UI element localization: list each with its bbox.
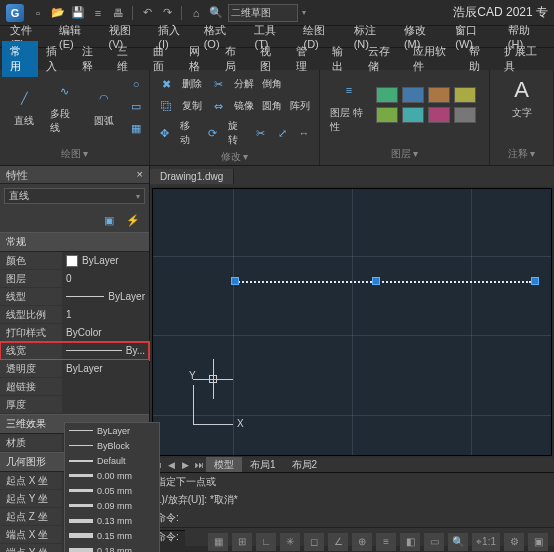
dyn-toggle[interactable]: ⊕ [352, 533, 372, 551]
prop-label-pstyle: 打印样式 [0, 324, 62, 341]
delete-button[interactable]: 删除 [180, 76, 204, 92]
prop-value-thick[interactable] [62, 396, 149, 413]
scale-icon[interactable]: ⤢ [273, 123, 291, 143]
prop-value-lweight[interactable]: By... [62, 342, 149, 359]
polar-toggle[interactable]: ✳ [280, 533, 300, 551]
prop-value-transp[interactable]: ByLayer [62, 360, 149, 377]
lineweight-option[interactable]: Default [65, 453, 159, 468]
prop-value-hlink[interactable] [62, 378, 149, 395]
delete-icon[interactable]: ✖ [156, 74, 176, 94]
prop-value-lscale[interactable]: 1 [62, 306, 149, 323]
mirror-button[interactable]: 镜像 [232, 98, 256, 114]
stretch-icon[interactable]: ↔ [295, 123, 313, 143]
rotate-button[interactable]: 旋转 [226, 118, 248, 148]
snap-toggle[interactable]: ▦ [208, 533, 228, 551]
pim-icon[interactable]: ▣ [99, 210, 119, 230]
layer-swatch[interactable] [376, 87, 398, 103]
tab-layout1[interactable]: 布局1 [242, 457, 284, 473]
lineweight-option[interactable]: 0.00 mm [65, 468, 159, 483]
magnify-icon[interactable]: 🔍 [448, 533, 468, 551]
rotate-icon[interactable]: ⟳ [204, 123, 222, 143]
lineweight-option[interactable]: ByBlock [65, 438, 159, 453]
grid-toggle[interactable]: ⊞ [232, 533, 252, 551]
new-icon[interactable]: ▫ [30, 5, 46, 21]
fillet-button[interactable]: 倒角 [260, 76, 284, 92]
selection-dropdown[interactable]: 直线▾ [4, 188, 145, 204]
nav-last-icon[interactable]: ⏭ [192, 458, 206, 472]
layer-swatch[interactable] [402, 87, 424, 103]
undo-icon[interactable]: ↶ [139, 5, 155, 21]
lineweight-option[interactable]: 0.15 mm [65, 528, 159, 543]
lineweight-dropdown[interactable]: ByLayerByBlockDefault0.00 mm0.05 mm0.09 … [64, 422, 160, 552]
prop-label-layer: 图层 [0, 270, 62, 287]
selected-line[interactable] [235, 281, 531, 283]
lineweight-option[interactable]: ByLayer [65, 423, 159, 438]
drawing-viewport[interactable]: X Y [152, 188, 552, 456]
grip-mid[interactable] [372, 277, 380, 285]
maximize-icon[interactable]: ▣ [528, 533, 548, 551]
tab-model[interactable]: 模型 [206, 457, 242, 473]
trim-icon[interactable]: ✂ [251, 123, 269, 143]
search-icon[interactable]: 🔍 [208, 5, 224, 21]
annoscale-button[interactable]: ⌖ 1:1 [472, 533, 500, 551]
layer-swatch[interactable] [376, 107, 398, 123]
copy-button[interactable]: 复制 [180, 98, 204, 114]
redo-icon[interactable]: ↷ [159, 5, 175, 21]
transparency-toggle[interactable]: ◧ [400, 533, 420, 551]
open-icon[interactable]: 📂 [50, 5, 66, 21]
circle-icon[interactable]: ○ [126, 74, 146, 94]
quick-select-icon[interactable]: ⚡ [123, 210, 143, 230]
tab-layout2[interactable]: 布局2 [284, 457, 326, 473]
save-icon[interactable]: 💾 [70, 5, 86, 21]
nav-prev-icon[interactable]: ◀ [164, 458, 178, 472]
chevron-down-icon[interactable]: ▾ [302, 8, 306, 17]
prop-value-layer[interactable]: 0 [62, 270, 149, 287]
line-button[interactable]: ╱直线 [6, 82, 42, 130]
layer-swatch[interactable] [402, 107, 424, 123]
text-button[interactable]: A文字 [496, 74, 547, 122]
lwt-toggle[interactable]: ≡ [376, 533, 396, 551]
array-button[interactable]: 阵列 [288, 98, 312, 114]
prop-value-pstyle[interactable]: ByColor [62, 324, 149, 341]
gear-icon[interactable]: ⚙ [504, 533, 524, 551]
workspace-dropdown[interactable] [228, 4, 298, 22]
lineweight-option[interactable]: 0.13 mm [65, 513, 159, 528]
grip-end[interactable] [531, 277, 539, 285]
model-toggle[interactable]: ▭ [424, 533, 444, 551]
layer-swatch[interactable] [454, 87, 476, 103]
chamfer-button[interactable]: 圆角 [260, 98, 284, 114]
close-icon[interactable]: × [137, 168, 143, 181]
command-area: 指定下一点或 L)/放弃(U)]: *取消* 命令: 命令: [150, 472, 554, 530]
lineweight-option[interactable]: 0.18 mm [65, 543, 159, 552]
prop-value-color[interactable]: ByLayer [62, 252, 149, 269]
hatch-icon[interactable]: ▦ [126, 118, 146, 138]
home-icon[interactable]: ⌂ [188, 5, 204, 21]
prop-label-geom: 起点 Y 坐标 [0, 490, 62, 507]
lineweight-option[interactable]: 0.09 mm [65, 498, 159, 513]
print-icon[interactable]: 🖶 [110, 5, 126, 21]
layer-swatch[interactable] [428, 107, 450, 123]
prop-value-ltype[interactable]: ByLayer [62, 288, 149, 305]
split-button[interactable]: 分解 [232, 76, 256, 92]
mirror-icon[interactable]: ⇔ [208, 96, 228, 116]
layer-props-button[interactable]: ≡图层 特性 [326, 74, 372, 136]
polyline-button[interactable]: ∿多段线 [46, 75, 82, 137]
qat-separator [181, 6, 182, 20]
arc-button[interactable]: ◠圆弧 [86, 82, 122, 130]
ortho-toggle[interactable]: ∟ [256, 533, 276, 551]
osnap-toggle[interactable]: ◻ [304, 533, 324, 551]
split-icon[interactable]: ✂ [208, 74, 228, 94]
rect-icon[interactable]: ▭ [126, 96, 146, 116]
otrack-toggle[interactable]: ∠ [328, 533, 348, 551]
layer-swatch[interactable] [428, 87, 450, 103]
move-button[interactable]: 移动 [178, 118, 200, 148]
prop-label-geom: 起点 X 坐标 [0, 472, 62, 489]
nav-next-icon[interactable]: ▶ [178, 458, 192, 472]
lineweight-option[interactable]: 0.05 mm [65, 483, 159, 498]
grip-start[interactable] [231, 277, 239, 285]
layer-swatch[interactable] [454, 107, 476, 123]
move-icon[interactable]: ✥ [156, 123, 174, 143]
document-tab[interactable]: Drawing1.dwg [150, 169, 234, 184]
layers-qat-icon[interactable]: ≡ [90, 5, 106, 21]
copy-icon[interactable]: ⿻ [156, 96, 176, 116]
